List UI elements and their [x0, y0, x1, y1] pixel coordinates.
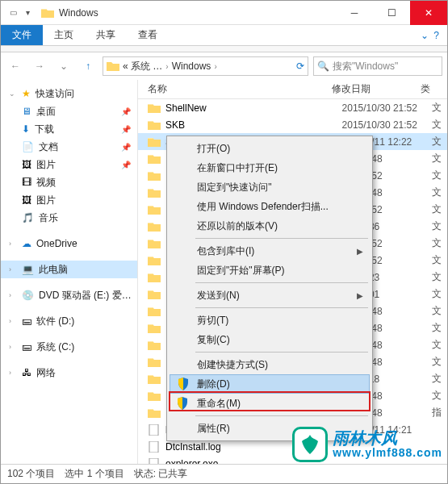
ctx-include[interactable]: 包含到库中(I)▶ — [170, 241, 370, 261]
ctx-sep — [195, 238, 368, 239]
picture-icon: 🖼 — [22, 159, 31, 170]
status-state: 状态: 已共享 — [134, 467, 188, 481]
watermark-logo-icon — [292, 427, 328, 462]
file-icon — [148, 441, 161, 453]
status-count: 102 个项目 — [7, 467, 55, 481]
nav-up-button[interactable]: ↑ — [78, 56, 98, 76]
svg-rect-2 — [149, 458, 158, 465]
ribbon-caret[interactable]: ⌄? — [421, 30, 447, 41]
file-type: 文 — [432, 101, 447, 115]
sidebar-item-quick[interactable]: ⌄★快速访问 — [1, 85, 137, 102]
sidebar-item-onedrive[interactable]: ›☁OneDrive — [1, 235, 137, 252]
file-type: 文 — [432, 169, 447, 182]
ctx-restore[interactable]: 还原以前的版本(V) — [170, 216, 370, 236]
column-headers[interactable]: 名称 修改日期 类 — [138, 80, 447, 99]
watermark-cn: 雨林木风 — [333, 429, 442, 447]
file-date: 2015/10/30 21:52 — [342, 102, 427, 114]
sidebar-item-videos[interactable]: 🎞视频 — [1, 173, 137, 191]
nav-sidebar: ⌄★快速访问 🖥桌面📌 ⬇下载📌 📄文档📌 🖼图片📌 🎞视频 🖼图片 🎵音乐 ›… — [1, 80, 138, 464]
tab-view[interactable]: 查看 — [127, 25, 169, 45]
file-name: ShellNew — [165, 102, 337, 114]
window-title: Windows — [59, 7, 98, 19]
folder-icon — [148, 373, 161, 385]
file-icon — [148, 458, 161, 465]
sidebar-item-music[interactable]: 🎵音乐 — [1, 209, 137, 227]
watermark: 雨林木风 www.ylmf888.com — [292, 427, 442, 462]
ribbon-collapsed — [1, 46, 447, 52]
ctx-pinstart[interactable]: 固定到"开始"屏幕(P) — [170, 261, 370, 280]
folder-icon — [148, 390, 161, 402]
sidebar-item-dvd[interactable]: ›💿DVD 驱动器 (E:) 爱… — [1, 286, 137, 304]
sidebar-item-documents[interactable]: 📄文档📌 — [1, 138, 137, 156]
folder-icon — [148, 221, 161, 232]
close-button[interactable]: ✕ — [410, 1, 447, 25]
breadcrumb-a[interactable]: « 系统 … — [123, 60, 162, 73]
folder-icon — [148, 153, 161, 165]
shield-icon — [177, 378, 190, 390]
download-icon: ⬇ — [22, 123, 30, 135]
folder-icon — [148, 272, 161, 283]
search-placeholder: 搜索"Windows" — [333, 60, 398, 73]
tab-file[interactable]: 文件 — [1, 25, 43, 45]
file-type: 文 — [432, 253, 447, 267]
context-menu: 打开(O) 在新窗口中打开(E) 固定到"快速访问" 使用 Windows De… — [166, 136, 373, 441]
sidebar-item-pictures[interactable]: 🖼图片📌 — [1, 156, 137, 173]
shield-icon — [176, 397, 189, 410]
col-type[interactable]: 类 — [421, 82, 437, 96]
ctx-delete[interactable]: 删除(D) — [170, 374, 370, 394]
address-bar[interactable]: « 系统 … › Windows › ⟳ — [103, 56, 308, 76]
sidebar-item-desktop[interactable]: 🖥桌面📌 — [1, 102, 137, 120]
ctx-rename[interactable]: 重命名(M) — [170, 394, 370, 413]
sidebar-item-network[interactable]: ›🖧网络 — [1, 364, 137, 382]
folder-icon — [148, 238, 161, 249]
file-type: 文 — [432, 219, 447, 233]
maximize-button[interactable]: ☐ — [373, 1, 410, 25]
tab-share[interactable]: 共享 — [85, 25, 127, 45]
folder-icon — [148, 357, 161, 368]
file-type: 文 — [432, 372, 447, 386]
ctx-sep — [195, 307, 368, 308]
col-name[interactable]: 名称 — [138, 82, 332, 96]
tab-home[interactable]: 主页 — [43, 25, 85, 45]
music-icon: 🎵 — [22, 212, 34, 223]
refresh-button[interactable]: ⟳ — [296, 60, 304, 72]
ctx-sep — [195, 352, 368, 353]
search-input[interactable]: 🔍 搜索"Windows" — [313, 56, 442, 76]
pin-icon: 📌 — [121, 125, 131, 134]
file-row[interactable]: ShellNew2015/10/30 21:52文 — [138, 99, 447, 116]
file-name: SKB — [165, 119, 337, 131]
ctx-pinquick[interactable]: 固定到"快速访问" — [170, 177, 370, 197]
nav-forward-button: → — [30, 56, 49, 76]
nav-recent-button[interactable]: ⌄ — [54, 56, 73, 76]
minimize-button[interactable]: ─ — [336, 1, 373, 25]
ctx-open[interactable]: 打开(O) — [170, 139, 370, 158]
ctx-newwin[interactable]: 在新窗口中打开(E) — [170, 158, 370, 177]
pin-icon: 📌 — [121, 161, 131, 169]
svg-rect-1 — [149, 441, 158, 453]
ctx-cut[interactable]: 剪切(T) — [170, 311, 370, 330]
sidebar-item-downloads[interactable]: ⬇下载📌 — [1, 120, 137, 138]
file-type: 文 — [432, 321, 447, 335]
sidebar-item-sys[interactable]: ›🖴系统 (C:) — [1, 338, 137, 356]
qat-prop-icon[interactable]: ▭ — [7, 7, 19, 19]
sidebar-item-thispc[interactable]: ›💻此电脑 — [1, 261, 137, 278]
breadcrumb-b[interactable]: Windows — [172, 60, 211, 72]
sidebar-item-soft[interactable]: ›🖴软件 (D:) — [1, 312, 137, 330]
chevron-right-icon[interactable]: › — [165, 62, 168, 71]
sidebar-item-pictures2[interactable]: 🖼图片 — [1, 191, 137, 209]
ctx-sendto[interactable]: 发送到(N)▶ — [170, 286, 370, 305]
folder-icon — [148, 289, 161, 300]
qat-new-icon[interactable]: ▾ — [22, 7, 33, 19]
picture-icon: 🖼 — [22, 194, 31, 206]
pc-icon: 💻 — [22, 264, 34, 275]
ctx-copy[interactable]: 复制(C) — [170, 330, 370, 349]
chevron-right-icon[interactable]: › — [214, 62, 216, 71]
ctx-defender[interactable]: 使用 Windows Defender扫描... — [170, 197, 370, 216]
col-date[interactable]: 修改日期 — [332, 82, 421, 96]
folder-icon — [148, 323, 161, 334]
file-row[interactable]: SKB2015/10/30 21:52文 — [138, 116, 447, 133]
ctx-shortcut[interactable]: 创建快捷方式(S) — [170, 355, 370, 374]
nav-back-button[interactable]: ← — [6, 56, 25, 76]
file-type: 指 — [432, 406, 447, 419]
drive-icon: 🖴 — [22, 315, 31, 327]
